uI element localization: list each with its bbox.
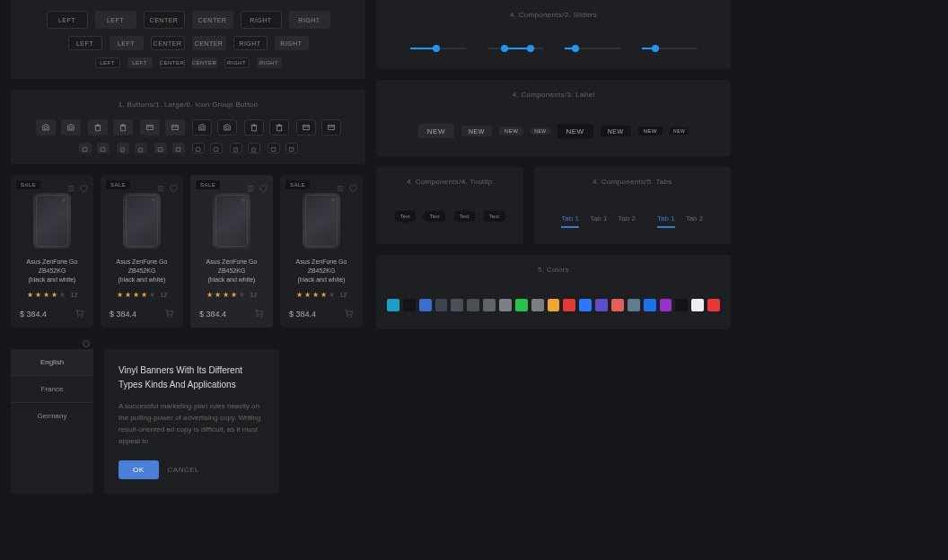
slider-thumb[interactable] [572,45,579,52]
button-left[interactable]: LEFT [95,57,120,68]
icon-button[interactable] [113,119,133,136]
icon-button[interactable] [210,143,223,153]
tab-2[interactable]: Tab 2 [619,211,636,226]
list-icon[interactable] [66,180,75,189]
color-swatch[interactable] [403,299,416,311]
icon-button[interactable] [217,119,237,136]
list-icon[interactable] [336,180,345,189]
product-card[interactable]: SALE Asus ZenFone Go ZB452KG(black and w… [280,175,363,328]
dropdown-toggle[interactable] [83,340,90,347]
slider-thumb-high[interactable] [527,45,534,52]
color-swatch[interactable] [628,299,640,311]
cart-icon[interactable] [344,306,354,322]
slider-single[interactable] [642,48,698,49]
button-center[interactable]: CENTER [192,11,233,29]
color-swatch[interactable] [548,299,560,311]
tab-1[interactable]: Tab 1 [657,211,675,226]
color-swatch[interactable] [515,299,528,311]
color-swatch[interactable] [531,299,544,311]
icon-button[interactable] [192,119,212,136]
icon-button[interactable] [321,119,341,136]
cart-icon[interactable] [164,306,174,322]
icon-button[interactable] [140,119,160,136]
color-swatch[interactable] [660,299,672,311]
color-swatch[interactable] [451,299,463,311]
color-swatch[interactable] [595,299,608,311]
color-swatch[interactable] [579,299,592,311]
slider-thumb[interactable] [433,45,440,52]
icon-button[interactable] [230,143,242,153]
icon-button[interactable] [248,143,260,153]
icon-button[interactable] [296,119,316,136]
button-right[interactable]: RIGHT [257,57,282,68]
button-right[interactable]: RIGHT [289,11,330,29]
button-center[interactable]: CENTER [144,11,185,29]
icon-button[interactable] [117,143,129,153]
cart-icon[interactable] [75,306,84,322]
button-right[interactable]: RIGHT [241,11,282,29]
color-swatch[interactable] [483,299,496,311]
button-center[interactable]: CENTER [192,36,226,50]
icon-button[interactable] [61,119,81,136]
slider-range[interactable] [487,48,543,49]
button-left[interactable]: LEFT [95,11,136,29]
icon-button[interactable] [79,143,92,153]
color-swatch[interactable] [675,299,688,311]
product-card[interactable]: SALE Asus ZenFone Go ZB452KG(black and w… [11,175,93,328]
color-swatch[interactable] [387,299,399,311]
button-right[interactable]: RIGHT [224,57,250,68]
icon-button[interactable] [135,143,147,153]
color-swatch[interactable] [644,299,656,311]
tab-1[interactable]: Tab 1 [590,211,608,226]
product-card[interactable]: SALE Asus ZenFone Go ZB452KG(black and w… [101,175,183,328]
icon-button[interactable] [172,143,185,153]
button-center[interactable]: CENTER [160,57,185,68]
color-swatch[interactable] [499,299,512,311]
button-center[interactable]: CENTER [192,57,217,68]
product-card[interactable]: SALE Asus ZenFone Go ZB452KG(black and w… [190,175,273,328]
lang-item-france[interactable]: France [11,376,93,403]
ok-button[interactable]: OK [118,460,159,479]
button-left[interactable]: LEFT [47,11,88,29]
icon-button[interactable] [165,119,185,136]
icon-button[interactable] [192,143,205,153]
icon-button[interactable] [269,119,289,136]
icon-button[interactable] [88,119,108,136]
slider-single[interactable] [410,48,466,49]
trash-icon [250,119,259,136]
color-swatch[interactable] [563,299,575,311]
heart-icon[interactable] [169,180,178,189]
tab-1[interactable]: Tab 1 [561,211,579,226]
button-left[interactable]: LEFT [110,36,144,50]
lang-item-english[interactable]: English [11,349,93,376]
button-right[interactable]: RIGHT [275,36,309,50]
list-icon[interactable] [246,180,255,189]
icon-button[interactable] [244,119,264,136]
color-swatch[interactable] [419,299,432,311]
button-center[interactable]: CENTER [151,36,185,50]
list-icon[interactable] [156,180,165,189]
heart-icon[interactable] [79,180,88,189]
lang-item-germany[interactable]: Germany [11,403,93,429]
cancel-button[interactable]: CANCEL [168,466,199,474]
tab-2[interactable]: Tab 2 [686,211,704,226]
heart-icon[interactable] [348,180,357,189]
button-left[interactable]: LEFT [68,36,102,50]
button-right[interactable]: RIGHT [233,36,268,50]
slider-single[interactable] [565,48,620,49]
slider-thumb[interactable] [652,45,659,52]
cart-icon[interactable] [254,306,264,322]
color-swatch[interactable] [691,299,704,311]
icon-button[interactable] [285,143,298,153]
heart-icon[interactable] [259,180,268,189]
icon-button[interactable] [154,143,167,153]
slider-thumb-low[interactable] [501,45,508,52]
color-swatch[interactable] [467,299,479,311]
button-left[interactable]: LEFT [127,57,153,68]
icon-button[interactable] [97,143,110,153]
color-swatch[interactable] [611,299,624,311]
icon-button[interactable] [36,119,56,136]
color-swatch[interactable] [707,299,720,311]
icon-button[interactable] [268,143,280,153]
color-swatch[interactable] [435,299,448,311]
